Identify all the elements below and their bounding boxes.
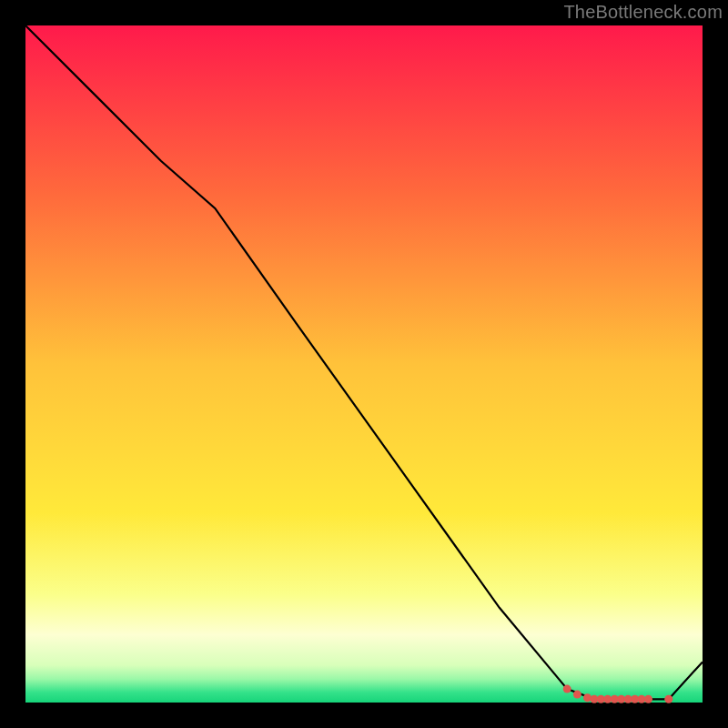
highlight-marker (583, 693, 592, 702)
highlight-marker (664, 695, 672, 703)
bottleneck-chart (0, 0, 728, 728)
watermark-label: TheBottleneck.com (563, 2, 723, 23)
chart-stage: TheBottleneck.com (0, 0, 728, 728)
highlight-marker (644, 695, 652, 703)
highlight-marker (573, 691, 581, 699)
highlight-marker (563, 685, 571, 693)
